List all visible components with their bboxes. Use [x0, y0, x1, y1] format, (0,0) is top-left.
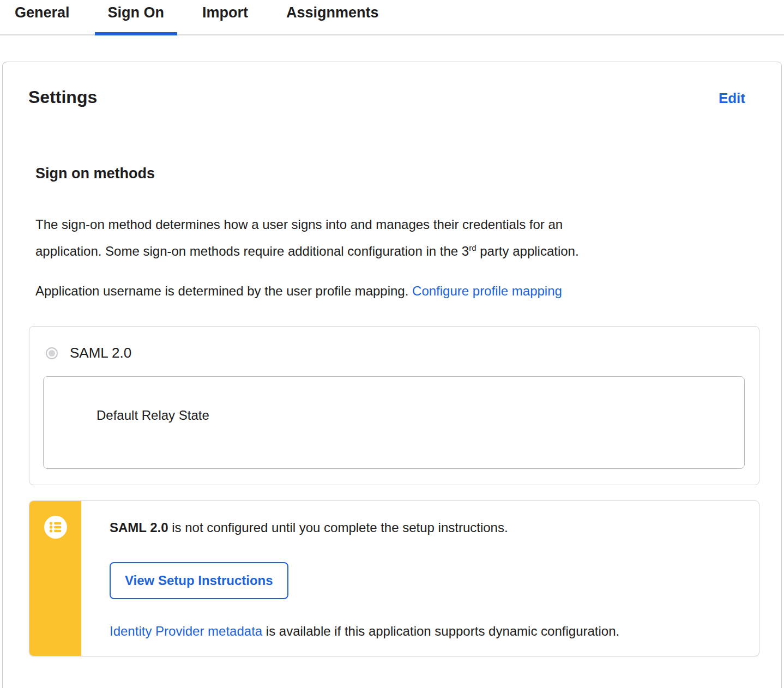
saml-option-box: SAML 2.0 Default Relay State [29, 326, 759, 485]
saml-warning-callout: SAML 2.0 is not configured until you com… [29, 500, 759, 656]
sign-on-methods-heading: Sign on methods [35, 164, 781, 183]
page-title: Settings [28, 86, 97, 108]
username-note-text: Application username is determined by th… [35, 283, 412, 298]
edit-link[interactable]: Edit [719, 90, 745, 107]
warning-message: is not configured until you complete the… [168, 520, 508, 535]
warning-content: SAML 2.0 is not configured until you com… [81, 501, 759, 656]
settings-card-header: Settings Edit [3, 62, 781, 108]
ordinal-superscript: rd [469, 243, 476, 252]
username-note: Application username is determined by th… [35, 277, 781, 304]
warning-bold: SAML 2.0 [110, 520, 168, 535]
tab-assignments[interactable]: Assignments [273, 0, 392, 34]
saml-radio-button[interactable] [46, 347, 58, 359]
metadata-note: Identity Provider metadata is available … [110, 623, 737, 639]
default-relay-state-label: Default Relay State [97, 408, 209, 423]
metadata-note-text: is available if this application support… [262, 624, 619, 638]
tab-sign-on[interactable]: Sign On [95, 0, 178, 34]
configure-profile-mapping-link[interactable]: Configure profile mapping [412, 283, 562, 298]
app-tab-bar: General Sign On Import Assignments [0, 0, 784, 35]
saml-radio-label: SAML 2.0 [70, 345, 131, 361]
saml-radio-row: SAML 2.0 [46, 345, 744, 361]
description-line1: The sign-on method determines how a user… [35, 217, 563, 232]
tab-general[interactable]: General [2, 0, 83, 34]
sign-on-methods-description: The sign-on method determines how a user… [35, 211, 722, 264]
radio-dot [49, 350, 55, 357]
warning-stripe [29, 501, 81, 656]
settings-card: Settings Edit Sign on methods The sign-o… [2, 62, 782, 688]
identity-provider-metadata-link[interactable]: Identity Provider metadata [110, 624, 262, 638]
description-line2: application. Some sign-on methods requir… [35, 244, 469, 258]
view-setup-instructions-button[interactable]: View Setup Instructions [110, 562, 288, 599]
description-line2-end: party application. [477, 244, 579, 258]
default-relay-state-field: Default Relay State [43, 376, 745, 469]
tab-import[interactable]: Import [189, 0, 261, 34]
list-icon [44, 516, 67, 539]
warning-text: SAML 2.0 is not configured until you com… [110, 520, 737, 536]
